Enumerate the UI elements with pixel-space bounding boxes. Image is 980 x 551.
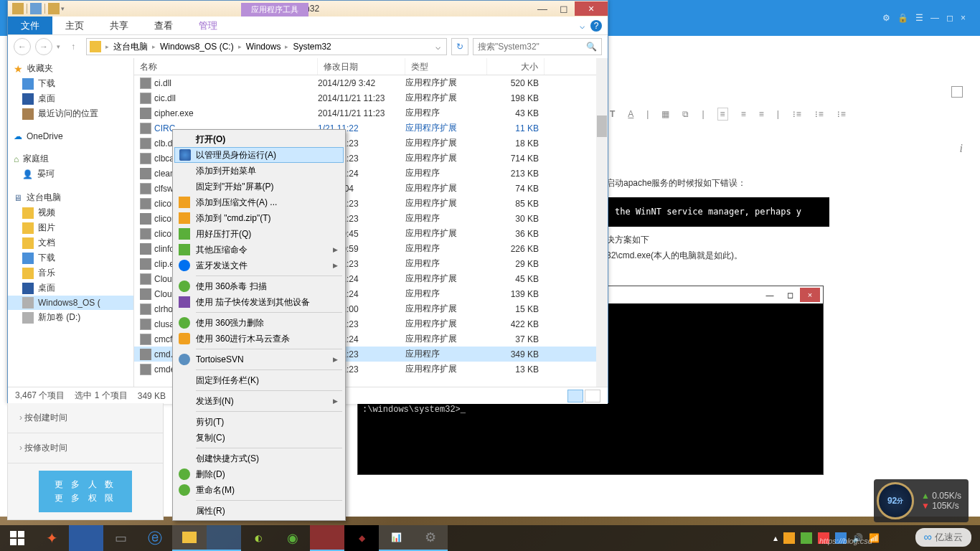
menu-item[interactable]: 固定到任务栏(K) <box>174 372 344 388</box>
properties-icon[interactable] <box>30 3 42 14</box>
nav-video[interactable]: 视频 <box>8 205 133 220</box>
netspeed-widget[interactable]: 92分 0.05K/s 105K/s <box>874 479 969 522</box>
menu-item[interactable]: 添加到 "cmd.zip"(T) <box>174 210 344 226</box>
taskbar-explorer[interactable] <box>172 525 207 551</box>
taskbar-360[interactable]: ◉ <box>275 525 310 551</box>
nav-homegroup[interactable]: ⌂家庭组 <box>8 151 133 166</box>
search-box[interactable]: 🔍 <box>473 38 602 55</box>
breadcrumb-seg[interactable]: Windows <box>243 42 284 52</box>
close-button[interactable]: × <box>800 288 820 302</box>
contextual-tab[interactable]: 应用程序工具 <box>241 3 308 17</box>
help-icon[interactable]: ? <box>590 20 602 32</box>
font-color-icon[interactable]: A <box>628 109 633 119</box>
nav-this-pc[interactable]: 🖥这台电脑 <box>8 190 133 205</box>
taskbar-app[interactable] <box>207 525 241 551</box>
scrollbar[interactable] <box>596 58 608 387</box>
nav-disk-d[interactable]: 新加卷 (D:) <box>8 310 133 325</box>
nav-pane[interactable]: ★收藏夹 下载 桌面 最近访问的位置 ☁OneDrive ⌂家庭组 👤晏珂 🖥这… <box>8 58 134 387</box>
menu-item[interactable]: 打开(O) <box>174 131 344 147</box>
menu-item[interactable]: 重命名(M) <box>174 482 344 498</box>
menu-item[interactable]: 使用 茄子快传发送到其他设备 <box>174 294 344 310</box>
menu-item[interactable]: 复制(C) <box>174 430 344 446</box>
menu-item[interactable]: 其他压缩命令▶ <box>174 242 344 258</box>
chevron-right-icon[interactable]: ▸ <box>105 43 109 50</box>
context-menu[interactable]: 打开(O)以管理员身份运行(A)添加到开始菜单固定到"开始"屏幕(P)添加到压缩… <box>172 129 346 521</box>
image-icon[interactable]: ⧉ <box>682 109 689 119</box>
indent-icon[interactable]: ⫶≡ <box>814 109 824 119</box>
gear-icon[interactable]: ⚙ <box>882 13 890 23</box>
align-right-icon[interactable]: ≡ <box>759 109 764 119</box>
text-icon[interactable]: T <box>610 109 615 119</box>
filter-by-modify-time[interactable]: 按修改时间 <box>8 433 163 463</box>
menu-item[interactable]: 蓝牙发送文件▶ <box>174 258 344 273</box>
nav-os-disk[interactable]: Windows8_OS ( <box>8 296 133 310</box>
nav-pictures[interactable]: 图片 <box>8 220 133 235</box>
taskbar-app[interactable]: ⚙ <box>413 525 448 551</box>
nav-music[interactable]: 音乐 <box>8 265 133 281</box>
taskbar-app[interactable]: ◆ <box>344 525 379 551</box>
menu-item[interactable]: 使用 360强力删除 <box>174 315 344 331</box>
taskbar-app[interactable]: ▭ <box>103 525 138 551</box>
view-details-button[interactable] <box>567 390 583 402</box>
nav-downloads-2[interactable]: 下载 <box>8 250 133 265</box>
tab-manage[interactable]: 管理 <box>186 17 230 34</box>
align-center-icon[interactable]: ≡ <box>741 109 746 119</box>
chevron-right-icon[interactable]: ▸ <box>238 43 242 50</box>
column-name[interactable]: 名称 <box>134 58 318 75</box>
menu-item[interactable]: 属性(R) <box>174 503 344 519</box>
more-button[interactable]: 更 多 人 数 更 多 权 限 <box>39 471 132 512</box>
info-icon[interactable]: i <box>960 142 963 155</box>
nav-desktop-2[interactable]: 桌面 <box>8 281 133 296</box>
close-button[interactable]: × <box>575 1 608 16</box>
menu-item[interactable]: 固定到"开始"屏幕(P) <box>174 179 344 194</box>
taskbar-app[interactable] <box>310 525 344 551</box>
chevron-right-icon[interactable]: ▸ <box>285 43 288 50</box>
tab-file[interactable]: 文件 <box>8 17 52 34</box>
minimize-button[interactable]: — <box>760 288 780 302</box>
close-button[interactable]: × <box>961 13 966 23</box>
menu-icon[interactable]: ☰ <box>915 13 923 23</box>
qat-dropdown-icon[interactable]: ▾ <box>61 5 65 12</box>
folder-icon[interactable] <box>12 3 24 14</box>
taskbar-app[interactable]: ✦ <box>34 525 69 551</box>
menu-item[interactable]: 添加到开始菜单 <box>174 163 344 179</box>
maximize-button[interactable]: ◻ <box>946 13 953 23</box>
taskbar-app[interactable]: ◐ <box>241 525 275 551</box>
back-button[interactable]: ← <box>14 38 31 55</box>
menu-item[interactable]: 用好压打开(Q) <box>174 226 344 242</box>
filter-by-create-time[interactable]: 按创建时间 <box>8 403 163 433</box>
nav-desktop[interactable]: 桌面 <box>8 91 133 106</box>
breadcrumb-dropdown-icon[interactable]: ⌵ <box>433 42 443 52</box>
column-date[interactable]: 修改日期 <box>318 58 405 75</box>
menu-item[interactable]: TortoiseSVN▶ <box>174 352 344 367</box>
column-type[interactable]: 类型 <box>405 58 487 75</box>
menu-item[interactable]: 添加到压缩文件(A) ... <box>174 194 344 210</box>
refresh-button[interactable]: ↻ <box>451 38 468 55</box>
editor-maximize-icon[interactable] <box>951 86 963 98</box>
explorer-titlebar[interactable]: ▾ 应用程序工具 System32 — ◻ × <box>8 1 608 17</box>
maximize-button[interactable]: ◻ <box>780 288 800 302</box>
scroll-thumb[interactable] <box>597 116 607 137</box>
outdent-icon[interactable]: ⫶≡ <box>837 109 846 119</box>
nav-recent[interactable]: 最近访问的位置 <box>8 106 133 121</box>
nav-user[interactable]: 👤晏珂 <box>8 166 133 182</box>
tab-home[interactable]: 主页 <box>52 17 97 34</box>
taskbar-app[interactable]: 📊 <box>379 525 413 551</box>
taskbar-app[interactable] <box>69 525 103 551</box>
file-row[interactable]: ci.dll 2014/12/9 3:42 应用程序扩展 520 KB <box>134 75 608 90</box>
list-icon[interactable]: ⫶≡ <box>792 109 801 119</box>
nav-onedrive[interactable]: ☁OneDrive <box>8 130 133 143</box>
file-row[interactable]: cic.dll 2014/11/21 11:23 应用程序扩展 198 KB <box>134 90 608 105</box>
history-dropdown-icon[interactable]: ▾ <box>57 43 60 50</box>
menu-item[interactable]: 发送到(N)▶ <box>174 393 344 409</box>
breadcrumb-seg[interactable]: 这台电脑 <box>110 41 151 53</box>
up-button[interactable]: ↑ <box>65 38 82 55</box>
minimize-button[interactable]: — <box>532 1 553 16</box>
ribbon-expand-icon[interactable]: ⌵ <box>580 21 585 31</box>
view-icons-button[interactable] <box>585 390 600 402</box>
nav-documents[interactable]: 文档 <box>8 235 133 250</box>
maximize-button[interactable]: ◻ <box>553 1 575 16</box>
menu-item[interactable]: 以管理员身份运行(A) <box>174 147 344 163</box>
tray-expand-icon[interactable]: ▴ <box>773 533 778 543</box>
search-icon[interactable]: 🔍 <box>586 42 597 52</box>
